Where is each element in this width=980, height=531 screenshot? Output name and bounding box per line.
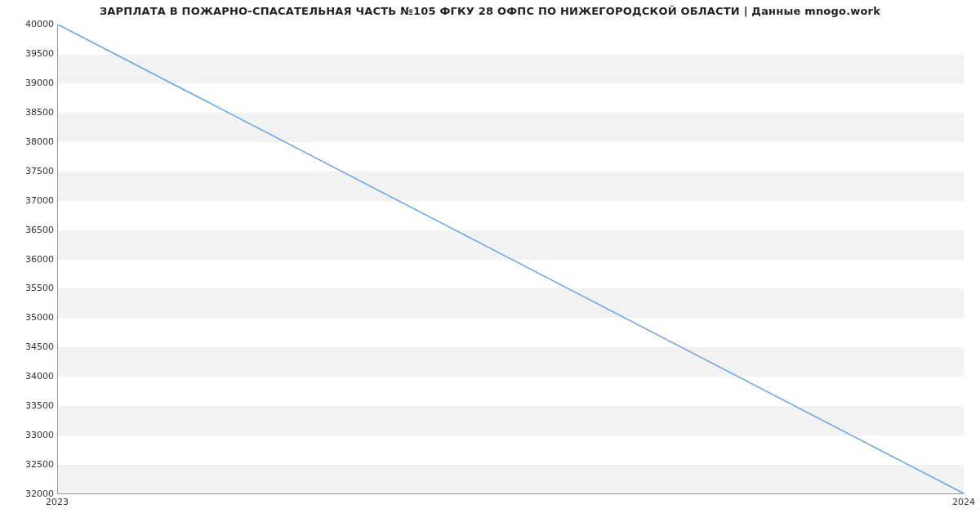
- plot-area: [57, 25, 964, 494]
- x-tick-label: 2024: [952, 497, 975, 507]
- y-tick-label: 37000: [0, 195, 54, 206]
- y-tick-label: 38000: [0, 136, 54, 147]
- y-tick-label: 34500: [0, 341, 54, 352]
- y-tick-label: 37500: [0, 166, 54, 176]
- y-tick-label: 39500: [0, 48, 54, 59]
- y-tick-label: 35000: [0, 312, 54, 323]
- chart-title: ЗАРПЛАТА В ПОЖАРНО-СПАСАТЕЛЬНАЯ ЧАСТЬ №1…: [0, 5, 980, 17]
- y-tick-label: 39000: [0, 78, 54, 88]
- y-tick-label: 35500: [0, 283, 54, 293]
- y-tick-label: 38500: [0, 107, 54, 118]
- line-series: [58, 25, 964, 493]
- y-tick-label: 34000: [0, 371, 54, 382]
- series-line: [58, 25, 964, 493]
- y-tick-label: 32500: [0, 459, 54, 470]
- x-tick-label: 2023: [46, 497, 69, 507]
- y-tick-label: 36000: [0, 254, 54, 265]
- y-tick-label: 33000: [0, 430, 54, 440]
- y-tick-label: 40000: [0, 19, 54, 29]
- y-tick-label: 36500: [0, 225, 54, 235]
- y-tick-label: 33500: [0, 400, 54, 411]
- chart-container: ЗАРПЛАТА В ПОЖАРНО-СПАСАТЕЛЬНАЯ ЧАСТЬ №1…: [0, 0, 980, 531]
